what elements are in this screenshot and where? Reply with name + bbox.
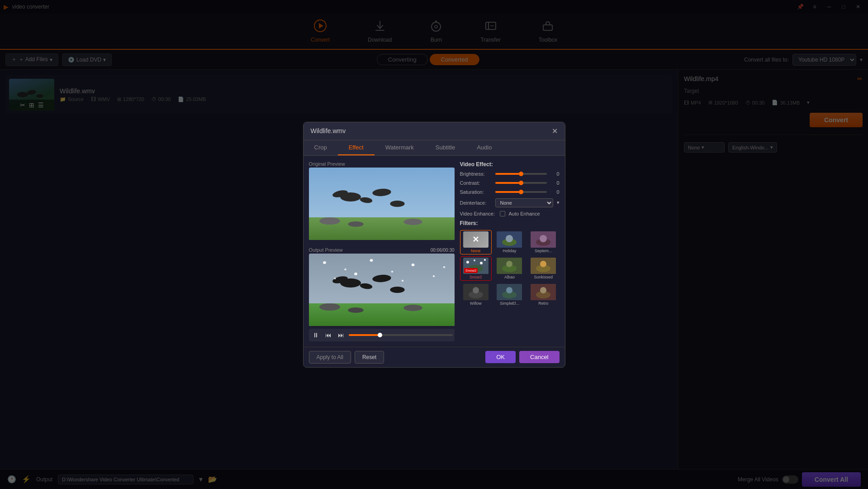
preview-section: Original Preview [309,161,455,341]
video-controls: ⏸ ⏮ ⏭ [309,329,455,341]
progress-fill [349,334,380,336]
pause-button[interactable]: ⏸ [311,331,321,340]
modal-title: Wildlife.wmv [311,127,346,134]
filter-retro-name: Retro [538,301,548,306]
filter-none[interactable]: ✕ None [460,230,492,254]
contrast-label: Contrast: [460,180,492,186]
output-timestamp: 00:06/00:30 [431,248,455,253]
filter-snow2-name: Snow2 [470,275,482,279]
deinterlace-row: Deinterlace: None ▾ [460,198,560,207]
filter-albao[interactable]: Albao [493,256,526,281]
modal-actions: Apply to All Reset OK Cancel [304,347,565,367]
tab-subtitle[interactable]: Subtitle [425,140,466,155]
svg-point-45 [506,235,513,242]
tab-audio[interactable]: Audio [466,140,503,155]
progress-bar[interactable] [349,334,453,336]
modal-tabs: Crop Effect Watermark Subtitle Audio [304,140,565,156]
ok-button[interactable]: OK [485,351,516,363]
contrast-slider[interactable] [495,182,547,184]
auto-enhance-checkbox[interactable] [500,211,505,216]
svg-point-35 [432,275,435,277]
filter-simpleel-name: SimpleEl... [500,301,519,306]
modal-close-button[interactable]: ✕ [552,127,558,135]
filter-willow-thumb [463,284,489,300]
saturation-row: Saturation: 0 [460,189,560,195]
filter-retro[interactable]: Retro [527,283,560,307]
filter-holiday[interactable]: Holiday [493,230,526,254]
filter-septem-thumb [531,231,556,248]
effects-modal: Wildlife.wmv ✕ Crop Effect Watermark Sub… [303,122,565,368]
brightness-slider[interactable] [495,173,547,175]
modal-header: Wildlife.wmv ✕ [304,122,565,140]
filter-willow[interactable]: Willow [460,283,492,307]
effects-panel: Video Effect: Brightness: 0 Contrast: [460,161,560,341]
svg-point-22 [403,219,422,225]
svg-point-30 [323,261,326,264]
progress-thumb [378,333,382,337]
cancel-button[interactable]: Cancel [519,351,559,363]
svg-point-38 [401,280,403,282]
svg-point-32 [370,259,373,262]
brightness-fill [495,173,521,175]
svg-point-54 [484,259,486,261]
filter-simpleel[interactable]: SimpleEl... [493,283,526,307]
filter-none-thumb: ✕ [463,231,489,248]
svg-point-39 [443,266,445,268]
svg-point-21 [348,221,364,227]
auto-enhance-text: Auto Enhance [509,211,540,216]
saturation-fill [495,191,521,193]
output-video-preview [309,254,455,326]
svg-point-60 [540,261,546,267]
contrast-fill [495,182,521,184]
tab-watermark[interactable]: Watermark [375,140,425,155]
output-preview-label: Output Preview [309,247,343,253]
enhance-row: Video Enhance: Auto Enhance [460,211,560,216]
deinterlace-label: Deinterlace: [460,200,492,206]
original-preview-label: Original Preview [309,161,455,167]
svg-point-53 [480,262,483,264]
filter-retro-thumb [531,284,556,300]
filter-snow2[interactable]: Snow2 Snow2 [460,256,492,281]
svg-point-48 [540,235,547,242]
filter-simpleel-thumb [497,284,522,300]
svg-point-33 [391,271,393,273]
filter-none-name: None [471,249,481,253]
filter-willow-name: Willow [470,301,482,306]
deinterlace-select[interactable]: None [495,198,553,207]
filter-sunkissed[interactable]: Sunkissed [527,256,560,281]
filter-septem[interactable]: Septem... [527,230,560,254]
prev-frame-button[interactable]: ⏮ [323,331,333,340]
original-video-preview [309,168,455,240]
filter-albao-name: Albao [504,275,515,279]
contrast-row: Contrast: 0 [460,180,560,186]
apply-all-button[interactable]: Apply to All [309,351,351,364]
output-preview-area: Output Preview 00:06/00:30 [309,247,455,341]
brightness-label: Brightness: [460,171,492,177]
enhance-label: Video Enhance: [460,211,496,216]
tab-crop[interactable]: Crop [304,140,338,155]
filter-sunkissed-thumb [531,258,556,274]
video-effect-title: Video Effect: [460,161,560,168]
svg-point-69 [540,287,546,293]
filter-sunkissed-name: Sunkissed [534,275,553,279]
modal-actions-right: OK Cancel [485,351,559,363]
reset-button[interactable]: Reset [355,351,384,364]
filter-albao-thumb [497,258,522,274]
svg-point-20 [319,217,340,225]
filter-holiday-thumb [497,231,522,248]
svg-point-31 [344,268,346,270]
tab-effect[interactable]: Effect [338,140,375,155]
svg-point-63 [473,287,479,293]
contrast-value: 0 [550,180,560,186]
brightness-row: Brightness: 0 [460,171,560,177]
svg-point-41 [348,307,364,313]
svg-point-19 [390,201,404,207]
svg-point-36 [334,278,336,279]
saturation-thumb [519,190,523,194]
svg-point-40 [319,303,340,311]
svg-point-42 [403,305,422,311]
next-frame-button[interactable]: ⏭ [336,331,346,340]
svg-point-52 [474,259,475,261]
saturation-slider[interactable] [495,191,547,193]
svg-point-51 [466,261,469,264]
